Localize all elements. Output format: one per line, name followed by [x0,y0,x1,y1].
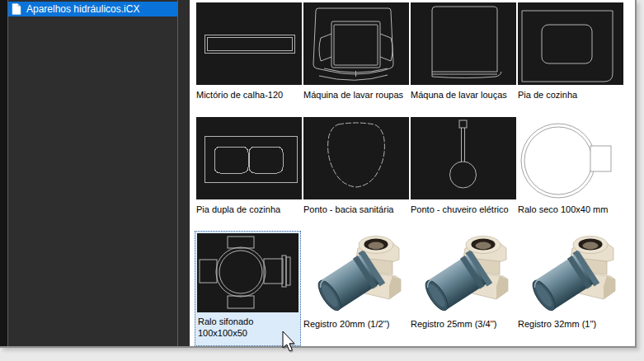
library-item-ralo-seco[interactable]: Ralo seco 100x40 mm [518,117,623,215]
item-label: Registro 20mm (1/2'') [303,318,406,330]
siphoned-drain-thumbnail [197,233,298,312]
item-label: Mictório de calha-120 [196,89,298,101]
sidebar-divider-left [7,0,8,346]
library-item-ponto-bacia-sanitaria[interactable]: Ponto - bacia sanitária [303,117,409,215]
dry-drain-thumbnail [518,117,623,199]
item-label: Pia dupla de cozinha [196,204,298,215]
washing-machine-thumbnail [303,2,409,85]
trough-urinal-thumbnail [196,2,302,85]
library-item-ralo-sifonado-selected[interactable]: Ralo sifonado 100x100x50 [195,231,301,346]
library-item-registro-25mm[interactable]: Registro 25mm (3/4'') [411,232,516,330]
item-label: Registro 32mm (1'') [518,318,620,330]
block-grid: Mictório de calha-120 Máquina de lavar r… [190,0,635,346]
kitchen-sink-thumbnail [518,2,623,85]
item-label: Máquina de lavar roupas [303,89,406,101]
tree-item-label: Aparelhos hidráulicos.iCX [26,3,139,15]
valve-32mm-render [518,232,623,314]
library-item-mictorio-de-calha-120[interactable]: Mictório de calha-120 [196,2,302,101]
library-item-registro-20mm[interactable]: Registro 20mm (1/2'') [303,232,409,330]
item-label: Máquna de lavar louças [411,89,513,101]
item-label: Ralo sifonado 100x100x50 [198,316,297,339]
sidebar-left-edge [0,0,7,346]
valve-20mm-render [303,232,409,314]
library-item-maquina-de-lavar-loucas[interactable]: Máquna de lavar louças [411,2,516,101]
dishwasher-thumbnail [411,2,516,85]
library-item-maquina-de-lavar-roupas[interactable]: Máquina de lavar roupas [303,2,409,101]
library-window: Aparelhos hidráulicos.iCX Mictório de ca… [0,0,637,348]
sidebar-divider-right [177,0,178,346]
document-icon [12,3,21,15]
tree-item-aparelhos-hidraulicos[interactable]: Aparelhos hidráulicos.iCX [8,2,177,16]
item-label: Registro 25mm (3/4'') [411,318,513,330]
library-item-pia-dupla-de-cozinha[interactable]: Pia dupla de cozinha [196,117,302,215]
valve-25mm-render [411,232,516,314]
library-item-ponto-chuveiro-eletrico[interactable]: Ponto - chuveiro elétrico [411,117,516,215]
double-kitchen-sink-thumbnail [196,117,302,199]
library-item-registro-32mm[interactable]: Registro 32mm (1'') [518,232,623,330]
electric-shower-thumbnail [411,117,516,199]
item-label: Ralo seco 100x40 mm [518,204,620,215]
library-item-pia-de-cozinha[interactable]: Pia de cozinha [518,2,623,101]
library-tree-panel: Aparelhos hidráulicos.iCX [0,0,190,346]
item-label: Ponto - bacia sanitária [303,204,406,215]
item-label: Pia de cozinha [518,89,620,101]
item-label: Ponto - chuveiro elétrico [411,204,513,215]
toilet-bowl-thumbnail [303,117,409,199]
